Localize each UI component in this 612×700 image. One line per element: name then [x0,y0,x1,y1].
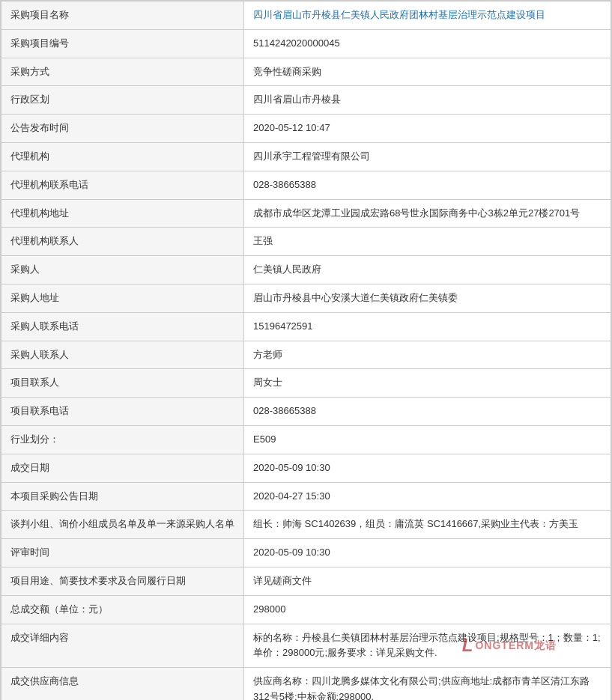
row-value-12: 方老师 [244,341,611,369]
row-value-5: 四川承宇工程管理有限公司 [244,142,611,171]
row-label-5: 代理机构 [1,142,244,171]
row-value-19: 2020-05-09 10:30 [244,539,611,567]
row-value-1: 5114242020000045 [244,29,611,58]
table-row: 成交日期2020-05-09 10:30 [1,454,611,482]
table-row: 评审时间2020-05-09 10:30 [1,539,611,567]
row-label-10: 采购人地址 [1,284,244,312]
row-value-10: 眉山市丹棱县中心安溪大道仁美镇政府仁美镇委 [244,284,611,312]
table-row: 代理机构联系电话028-38665388 [1,171,611,199]
row-label-4: 公告发布时间 [1,115,244,143]
table-row: 行政区划四川省眉山市丹棱县 [1,86,611,115]
row-label-16: 成交日期 [1,454,244,482]
row-label-3: 行政区划 [1,86,244,115]
row-label-19: 评审时间 [1,539,244,567]
table-row: 代理机构地址成都市成华区龙潭工业园成宏路68号世永国际商务中心3栋2单元27楼2… [1,199,611,228]
table-row: 项目联系电话028-38665388 [1,398,611,426]
detail-content-text: 标的名称：丹棱县仁美镇团林村基层治理示范点建设项目;规格型号：1；数量：1;单价… [253,632,601,659]
row-label-21: 总成交额（单位：元） [1,595,244,624]
row-label-2: 采购方式 [1,58,244,86]
table-row: 成交详细内容标的名称：丹棱县仁美镇团林村基层治理示范点建设项目;规格型号：1；数… [1,624,611,668]
row-label-8: 代理机构联系人 [1,228,244,256]
row-value-0[interactable]: 四川省眉山市丹棱县仁美镇人民政府团林村基层治理示范点建设项目 [244,1,611,30]
row-label-7: 代理机构地址 [1,199,244,228]
table-row: 项目联系人周女士 [1,369,611,398]
row-label-13: 项目联系人 [1,369,244,398]
row-value-9: 仁美镇人民政府 [244,256,611,284]
row-value-3: 四川省眉山市丹棱县 [244,86,611,115]
table-row: 采购方式竞争性磋商采购 [1,58,611,86]
main-table: 采购项目名称四川省眉山市丹棱县仁美镇人民政府团林村基层治理示范点建设项目采购项目… [0,0,612,700]
table-row: 项目用途、简要技术要求及合同履行日期详见磋商文件 [1,567,611,595]
row-value-6: 028-38665388 [244,171,611,199]
row-label-18: 谈判小组、询价小组成员名单及单一来源采购人名单 [1,511,244,539]
table-row: 代理机构联系人王强 [1,228,611,256]
row-label-22: 成交详细内容 [1,624,244,668]
row-value-2: 竞争性磋商采购 [244,58,611,86]
project-name-link[interactable]: 四川省眉山市丹棱县仁美镇人民政府团林村基层治理示范点建设项目 [253,9,545,20]
table-row: 采购人联系电话15196472591 [1,312,611,341]
table-row: 行业划分：E509 [1,425,611,454]
table-row: 总成交额（单位：元）298000 [1,595,611,624]
row-label-23: 成交供应商信息 [1,668,244,700]
row-label-1: 采购项目编号 [1,29,244,58]
row-value-22: 标的名称：丹棱县仁美镇团林村基层治理示范点建设项目;规格型号：1；数量：1;单价… [244,624,611,668]
table-row: 本项目采购公告日期2020-04-27 15:30 [1,482,611,511]
row-value-20: 详见磋商文件 [244,567,611,595]
row-label-17: 本项目采购公告日期 [1,482,244,511]
row-value-18: 组长：帅海 SC1402639，组员：庸流英 SC1416667,采购业主代表：… [244,511,611,539]
row-label-6: 代理机构联系电话 [1,171,244,199]
table-row: 成交供应商信息供应商名称：四川龙腾多媒体文化有限公司;供应商地址:成都市青羊区清… [1,668,611,700]
table-row: 采购人仁美镇人民政府 [1,256,611,284]
row-label-9: 采购人 [1,256,244,284]
row-value-8: 王强 [244,228,611,256]
row-label-12: 采购人联系人 [1,341,244,369]
row-value-17: 2020-04-27 15:30 [244,482,611,511]
row-value-15: E509 [244,425,611,454]
row-value-14: 028-38665388 [244,398,611,426]
row-value-11: 15196472591 [244,312,611,341]
row-value-21: 298000 [244,595,611,624]
row-value-16: 2020-05-09 10:30 [244,454,611,482]
row-label-15: 行业划分： [1,425,244,454]
row-value-4: 2020-05-12 10:47 [244,115,611,143]
row-value-7: 成都市成华区龙潭工业园成宏路68号世永国际商务中心3栋2单元27楼2701号 [244,199,611,228]
row-value-23: 供应商名称：四川龙腾多媒体文化有限公司;供应商地址:成都市青羊区清江东路312号… [244,668,611,700]
row-label-0: 采购项目名称 [1,1,244,30]
table-row: 代理机构四川承宇工程管理有限公司 [1,142,611,171]
table-row: 公告发布时间2020-05-12 10:47 [1,115,611,143]
row-label-20: 项目用途、简要技术要求及合同履行日期 [1,567,244,595]
row-value-13: 周女士 [244,369,611,398]
table-row: 采购项目名称四川省眉山市丹棱县仁美镇人民政府团林村基层治理示范点建设项目 [1,1,611,30]
row-label-14: 项目联系电话 [1,398,244,426]
table-row: 采购人联系人方老师 [1,341,611,369]
table-row: 谈判小组、询价小组成员名单及单一来源采购人名单组长：帅海 SC1402639，组… [1,511,611,539]
row-label-11: 采购人联系电话 [1,312,244,341]
table-row: 采购人地址眉山市丹棱县中心安溪大道仁美镇政府仁美镇委 [1,284,611,312]
table-row: 采购项目编号5114242020000045 [1,29,611,58]
